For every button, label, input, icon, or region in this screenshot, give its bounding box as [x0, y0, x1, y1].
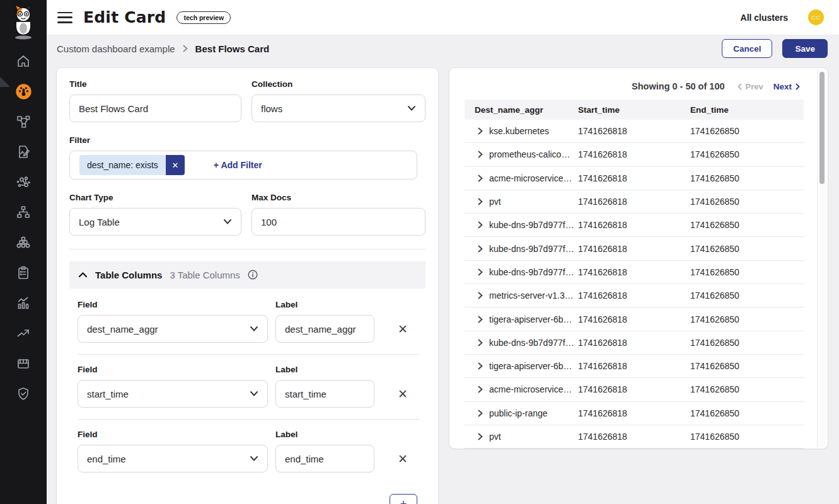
field-label: Field	[78, 365, 268, 374]
expand-row-icon[interactable]	[478, 433, 483, 440]
label-label: Label	[275, 300, 374, 309]
collection-label: Collection	[252, 79, 425, 89]
table-body: kse.kubernetes 1741626818 1741626850 pro…	[465, 120, 804, 449]
end-time-cell: 1741626850	[690, 197, 804, 207]
table-row[interactable]: acme-microservice… 1741626818 1741626850	[465, 378, 804, 401]
expand-row-icon[interactable]	[478, 386, 483, 393]
remove-filter-icon[interactable]: ✕	[166, 155, 185, 175]
cancel-button[interactable]: Cancel	[722, 39, 772, 58]
remove-column-icon[interactable]: ✕	[393, 449, 412, 468]
expand-row-icon[interactable]	[478, 127, 483, 135]
expand-row-icon[interactable]	[478, 268, 483, 276]
next-page-button[interactable]: Next	[773, 82, 800, 91]
filter-box[interactable]: dest_name: exists ✕ + Add Filter	[69, 151, 417, 180]
cluster-icon[interactable]	[14, 235, 32, 250]
end-time-cell: 1741626850	[690, 384, 804, 394]
chart-type-label: Chart Type	[69, 193, 241, 202]
expand-row-icon[interactable]	[478, 151, 483, 158]
report-edit-icon[interactable]	[14, 144, 32, 159]
home-icon[interactable]	[14, 54, 32, 69]
sitemap-icon[interactable]	[14, 205, 32, 220]
end-time-cell: 1741626850	[690, 338, 804, 348]
start-time-cell: 1741626818	[578, 197, 690, 207]
table-row[interactable]: metrics-server-v1.3… 1741626818 17416268…	[465, 284, 804, 307]
collection-select[interactable]: flows	[252, 94, 425, 122]
max-docs-input[interactable]	[252, 208, 425, 236]
chevron-down-icon	[250, 391, 258, 397]
package-icon[interactable]	[14, 356, 32, 371]
start-time-cell: 1741626818	[578, 149, 690, 159]
table-row[interactable]: prometheus-calico… 1741626818 1741626850	[465, 143, 804, 166]
table-row[interactable]: acme-microservice… 1741626818 1741626850	[465, 167, 804, 190]
save-button[interactable]: Save	[782, 39, 828, 58]
table-row[interactable]: pvt 1741626818 1741626850	[465, 425, 804, 449]
tech-preview-badge: tech preview	[176, 11, 231, 24]
expand-row-icon[interactable]	[478, 198, 483, 205]
table-columns-header[interactable]: Table Columns 3 Table Columns	[69, 261, 425, 289]
table-row[interactable]: kse.kubernetes 1741626818 1741626850	[465, 120, 804, 143]
table-row[interactable]: tigera-apiserver-6b… 1741626818 17416268…	[465, 307, 804, 331]
remove-column-icon[interactable]: ✕	[393, 384, 412, 403]
expand-row-icon[interactable]	[478, 292, 483, 299]
cluster-selector[interactable]: All clusters	[741, 13, 788, 23]
end-time-cell: 1741626850	[690, 267, 804, 277]
label-label: Label	[275, 365, 374, 374]
table-row[interactable]: kube-dns-9b7d977f… 1741626818 1741626850	[465, 261, 804, 284]
breadcrumb-parent-link[interactable]: Custom dashboard example	[57, 43, 175, 54]
table-columns-title: Table Columns	[95, 270, 162, 280]
hamburger-menu-icon[interactable]	[57, 11, 73, 24]
start-time-cell: 1741626818	[578, 361, 690, 371]
table-row[interactable]: kube-dns-9b7d977f… 1741626818 1741626850	[465, 237, 804, 260]
bar-chart-icon[interactable]	[14, 295, 32, 311]
start-time-cell: 1741626818	[578, 220, 690, 230]
expand-row-icon[interactable]	[478, 221, 483, 229]
expand-row-icon[interactable]	[478, 410, 483, 417]
start-time-cell: 1741626818	[578, 126, 690, 136]
end-time-cell: 1741626850	[690, 432, 804, 442]
topology-icon[interactable]	[14, 114, 32, 129]
title-input[interactable]	[69, 94, 241, 122]
expand-row-icon[interactable]	[478, 362, 483, 370]
trend-icon[interactable]	[14, 326, 32, 341]
expand-row-icon[interactable]	[478, 245, 483, 253]
shield-check-icon[interactable]	[14, 386, 32, 401]
field-select[interactable]: start_time	[78, 380, 268, 408]
avatar[interactable]: CC	[808, 9, 824, 25]
remove-column-icon[interactable]: ✕	[393, 319, 412, 338]
field-label: Field	[78, 430, 268, 439]
start-time-cell: 1741626818	[578, 408, 690, 418]
table-row[interactable]: kube-dns-9b7d977f… 1741626818 1741626850	[465, 331, 804, 355]
scrollbar-track[interactable]	[817, 69, 826, 447]
label-input[interactable]	[275, 445, 374, 472]
clipboard-icon[interactable]	[14, 265, 32, 280]
start-time-cell: 1741626818	[578, 173, 690, 183]
field-select[interactable]: end_time	[78, 445, 268, 472]
dest-name-cell: tigera-apiserver-6b…	[489, 361, 572, 371]
expand-row-icon[interactable]	[478, 175, 483, 182]
info-icon[interactable]	[248, 270, 258, 280]
chart-type-select[interactable]: Log Table	[69, 208, 241, 236]
scrollbar-thumb[interactable]	[819, 72, 825, 184]
label-input[interactable]	[275, 315, 374, 343]
add-column-button[interactable]: +	[390, 494, 417, 504]
prev-page-button[interactable]: Prev	[738, 82, 763, 91]
label-input[interactable]	[275, 380, 374, 408]
table-row[interactable]: kube-dns-9b7d977f… 1741626818 1741626850	[465, 214, 804, 237]
dest-name-cell: acme-microservice…	[489, 173, 572, 183]
expand-row-icon[interactable]	[478, 339, 483, 346]
expand-row-icon[interactable]	[478, 316, 483, 323]
dest-name-cell: kube-dns-9b7d977f…	[489, 220, 574, 230]
field-value: dest_name_aggr	[87, 324, 158, 335]
add-filter-button[interactable]: + Add Filter	[214, 160, 262, 170]
dashboard-icon[interactable]	[14, 84, 32, 99]
table-row[interactable]: pvt 1741626818 1741626850	[465, 190, 804, 214]
table-header-row: Dest_name_aggr Start_time End_time	[465, 100, 804, 120]
end-time-cell: 1741626850	[690, 173, 804, 183]
dest-name-cell: kube-dns-9b7d977f…	[489, 244, 574, 254]
chevron-down-icon	[407, 105, 416, 112]
table-row[interactable]: public-ip-range 1741626818 1741626850	[465, 402, 804, 425]
calico-cat-logo[interactable]	[0, 0, 47, 40]
table-row[interactable]: tigera-apiserver-6b… 1741626818 17416268…	[465, 355, 804, 378]
field-select[interactable]: dest_name_aggr	[78, 315, 268, 343]
graph-icon[interactable]	[14, 175, 32, 190]
